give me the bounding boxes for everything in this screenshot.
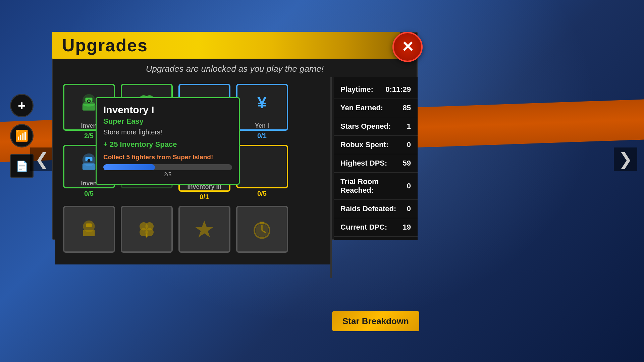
stat-label-stars: Stars Opened: [340,122,391,131]
upgrade-counter-4: 0/1 [257,132,267,140]
svg-rect-23 [83,230,95,236]
stat-value-raids: 0 [407,204,411,213]
stat-row-robux: Robux Spent: 0 [334,136,418,154]
tooltip-progress-fill [103,164,155,170]
upgrade-box-locked-1[interactable] [63,206,115,253]
upgrade-counter-7: 0/5 [257,190,267,197]
upgrade-item-locked-2 [120,206,173,253]
tooltip-progress-text: 2/5 [103,172,232,178]
stat-value-playtime: 0:11:29 [385,85,411,94]
svg-rect-35 [260,222,264,224]
tooltip-title: Inventory I [103,104,232,116]
upgrade-box-yellow[interactable] [236,145,288,188]
stat-row-raids: Raids Defeated: 0 [334,200,418,218]
tooltip-difficulty: Super Easy [103,117,232,126]
upgrade-box-locked-2[interactable] [121,206,173,253]
upgrade-box-yen[interactable]: ¥ Yen I [236,84,288,131]
svg-marker-30 [195,221,214,238]
stat-row-dps: Highest DPS: 59 [334,154,418,173]
svg-rect-14 [83,164,96,170]
page-title: Upgrades [62,35,148,55]
stat-label-dps: Highest DPS: [340,159,387,168]
upgrade-item-yen: ¥ Yen I 0/1 [235,84,289,140]
tooltip-popup: Inventory I Super Easy Store more fighte… [96,97,240,185]
svg-point-16 [88,159,91,162]
locked-timer-icon [250,218,274,241]
stat-row-playtime: Playtime: 0:11:29 [334,80,418,99]
stat-value-dps: 59 [403,159,411,168]
locked-star-icon [193,218,216,241]
upgrade-item-yellow: 0/5 [235,145,289,197]
arrow-right-button[interactable]: ❯ [614,147,637,171]
yen-icon: ¥ [250,91,274,115]
svg-text:¥: ¥ [257,94,267,112]
svg-rect-29 [146,234,147,238]
upgrade-label-4: Yen I [255,122,269,129]
stat-label-raids: Raids Defeated: [340,204,396,213]
stat-row-dpc: Current DPC: 19 [334,218,418,237]
upgrade-item-locked-4 [235,206,289,253]
stat-value-yen: 85 [403,104,411,112]
stats-divider [330,77,332,278]
stat-label-trial: Trial Room Reached: [340,177,407,195]
upgrade-label-5: Inven [81,180,97,187]
stat-value-dpc: 19 [403,223,411,232]
tooltip-requirement: Collect 5 fighters from Super Island! [103,154,232,161]
stats-panel: Playtime: 0:11:29 Yen Earned: 85 Stars O… [334,77,418,240]
stat-label-yen: Yen Earned: [340,104,383,112]
star-breakdown-label: Star Breakdown [342,316,409,326]
star-breakdown-button[interactable]: Star Breakdown [332,311,419,331]
upgrade-counter-6: 0/1 [200,193,209,201]
upgrade-label: Inven [81,122,97,129]
tooltip-progress-bar [103,164,232,170]
stat-value-robux: 0 [407,140,411,149]
plus-button[interactable]: + [10,94,34,117]
upgrade-icon-wrapper-4: ¥ [250,85,274,121]
title-bar: Upgrades [52,32,418,59]
wifi-icon[interactable]: 📶 [10,124,34,147]
upgrade-counter: 2/5 [84,132,94,140]
grid-row-3 [62,206,324,253]
stat-row-yen: Yen Earned: 85 [334,99,418,117]
stat-row-trial: Trial Room Reached: 0 [334,173,418,200]
tooltip-bonus: + 25 Inventory Space [103,140,232,149]
stat-value-stars: 1 [407,122,411,131]
svg-point-5 [88,100,90,102]
subtitle-text: Upgrades are unlocked as you play the ga… [52,64,418,74]
upgrade-box-locked-3[interactable] [178,206,230,253]
stat-value-trial: 0 [407,182,411,190]
stat-label-playtime: Playtime: [340,85,373,94]
upgrade-item-locked-1 [62,206,116,253]
tooltip-description: Store more fighters! [103,128,232,136]
close-icon: ✕ [401,40,414,54]
locked-inventory-icon [77,218,101,241]
upgrade-counter-5: 0/5 [84,190,94,197]
upgrade-box-locked-4[interactable] [236,206,288,253]
locked-clover-icon [135,218,158,241]
arrow-left-button[interactable]: ❮ [30,147,54,171]
close-button[interactable]: ✕ [392,32,423,62]
stat-row-stars: Stars Opened: 1 [334,117,418,136]
stat-label-robux: Robux Spent: [340,140,388,149]
svg-rect-24 [86,224,92,227]
stat-label-dpc: Current DPC: [340,223,387,232]
upgrade-item-locked-3 [177,206,231,253]
